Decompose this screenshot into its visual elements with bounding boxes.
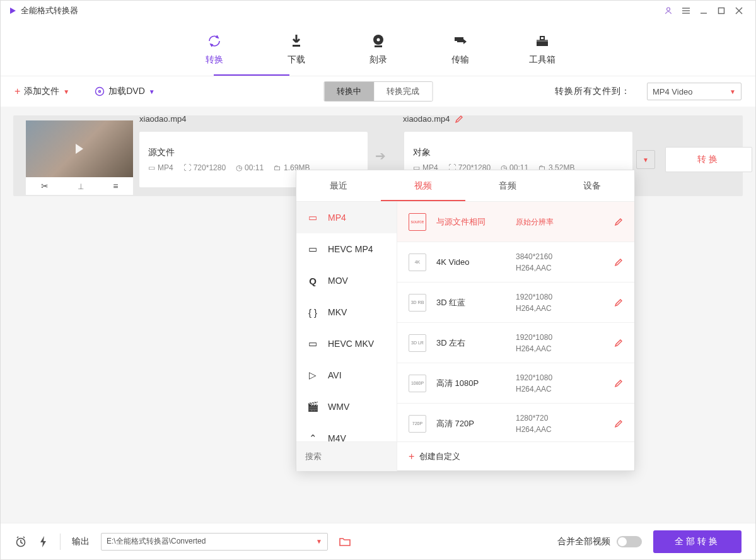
preset-3d-lr[interactable]: 3D LR 3D 左右 1920*1080H264,AAC (397, 323, 634, 363)
chevron-down-icon: ▼ (643, 156, 649, 163)
search-input[interactable] (296, 442, 397, 471)
format-wmv[interactable]: 🎬WMV (296, 391, 397, 423)
format-search[interactable] (296, 442, 397, 471)
toolbox-icon (533, 32, 551, 50)
preset-3d-rb[interactable]: 3D RB 3D 红蓝 1920*1080H264,AAC (397, 283, 634, 323)
preset-720p[interactable]: 720P 高清 720P 1280*720H264,AAC (397, 404, 634, 441)
tab-device[interactable]: 设备 (550, 170, 634, 201)
dropdown-footer: + 创建自定义 (296, 441, 634, 470)
nav-transfer[interactable]: 传输 (441, 32, 479, 66)
create-custom-button[interactable]: + 创建自定义 (397, 451, 634, 462)
nav-label: 传输 (451, 54, 469, 66)
format-mov[interactable]: QMOV (296, 265, 397, 296)
output-path-select[interactable]: E:\全能格式转换器\Converted ▼ (101, 533, 328, 551)
output-path: E:\全能格式转换器\Converted (107, 536, 206, 547)
preset-icon: 4K (409, 254, 426, 271)
svg-point-16 (96, 88, 104, 96)
merge-toggle[interactable] (617, 536, 642, 547)
preset-spec: 原始分辨率 (516, 216, 604, 228)
plus-icon: + (15, 86, 20, 97)
preset-name: 4K Video (436, 257, 506, 267)
format-hevc-mkv[interactable]: ▭HEVC MKV (296, 328, 397, 359)
app-logo-icon (8, 6, 17, 15)
bottom-bar: 输出 E:\全能格式转换器\Converted ▼ 合并全部视频 全部转换 (1, 523, 755, 559)
format-dropdown-panel: 最近 视频 音频 设备 ▭MP4 ▭HEVC MP4 QMOV { }MKV ▭… (296, 170, 635, 471)
video-thumbnail[interactable] (26, 120, 133, 177)
preset-1080p[interactable]: 1080P 高清 1080P 1920*1080H264,AAC (397, 363, 634, 404)
nav-download[interactable]: 下载 (277, 32, 315, 66)
source-title: 源文件 (148, 147, 359, 158)
load-dvd-button[interactable]: 加载DVD ▼ (95, 86, 154, 97)
preset-name: 3D 红蓝 (436, 297, 506, 308)
edit-preset-icon[interactable] (614, 298, 623, 307)
target-filename: xiaodao.mp4 (403, 114, 463, 124)
edit-preset-icon[interactable] (614, 419, 623, 428)
preset-name: 与源文件相同 (436, 216, 506, 228)
nav-underline (214, 74, 289, 76)
user-icon[interactable] (660, 2, 677, 20)
seg-done[interactable]: 转换完成 (374, 82, 432, 101)
tab-audio[interactable]: 音频 (465, 170, 550, 201)
plus-icon: + (409, 451, 414, 462)
add-file-button[interactable]: + 添加文件 ▼ (15, 86, 69, 97)
maximize-icon[interactable] (712, 2, 730, 20)
wmv-icon: 🎬 (306, 401, 319, 412)
svg-point-17 (99, 91, 101, 93)
status-segment: 转换中 转换完成 (323, 81, 433, 102)
format-avi[interactable]: ▷AVI (296, 359, 397, 391)
format-mp4[interactable]: ▭MP4 (296, 202, 397, 233)
custom-label: 创建自定义 (419, 451, 460, 462)
nav-toolbox[interactable]: 工具箱 (523, 32, 561, 66)
convert-all-button[interactable]: 全部转换 (653, 530, 741, 553)
preset-same-as-source[interactable]: source 与源文件相同 原始分辨率 (397, 202, 634, 242)
edit-preset-icon[interactable] (614, 258, 623, 267)
mkv-icon: { } (306, 307, 319, 318)
menu-icon[interactable] (677, 2, 695, 20)
nav-convert[interactable]: 转换 (195, 32, 233, 66)
close-icon[interactable] (730, 2, 748, 20)
svg-point-10 (376, 38, 380, 41)
bolt-icon[interactable] (38, 535, 49, 548)
merge-label: 合并全部视频 (557, 536, 610, 547)
avi-icon: ▷ (306, 370, 319, 381)
tab-recent[interactable]: 最近 (296, 170, 381, 201)
film-icon: ▭ (306, 212, 319, 223)
download-icon (288, 32, 305, 50)
alarm-icon[interactable] (15, 535, 27, 548)
edit-preset-icon[interactable] (614, 218, 623, 226)
preset-spec: 1920*1080H264,AAC (516, 291, 604, 314)
format-hevc-mp4[interactable]: ▭HEVC MP4 (296, 233, 397, 265)
edit-preset-icon[interactable] (614, 379, 623, 388)
minimize-icon[interactable] (695, 2, 712, 20)
format-list[interactable]: ▭MP4 ▭HEVC MP4 QMOV { }MKV ▭HEVC MKV ▷AV… (296, 202, 397, 441)
mov-icon: Q (306, 276, 319, 286)
format-m4v[interactable]: ⌃M4V (296, 423, 397, 441)
thumbnail-column: ✂ ⟂ ≡ (13, 115, 139, 196)
format-icon: ▭ MP4 (148, 163, 173, 172)
preset-4k[interactable]: 4K 4K Video 3840*2160H264,AAC (397, 242, 634, 283)
output-format-dropdown[interactable]: ▼ (636, 150, 655, 169)
tab-video[interactable]: 视频 (381, 170, 465, 201)
hevc-icon: ▭ (306, 243, 319, 255)
target-value: MP4 Video (653, 87, 692, 96)
open-folder-icon[interactable] (339, 537, 351, 547)
settings-icon[interactable]: ≡ (113, 181, 118, 191)
crop-icon[interactable]: ⟂ (78, 181, 83, 191)
convert-button[interactable]: 转换 (665, 147, 752, 172)
m4v-icon: ⌃ (306, 433, 319, 441)
cut-icon[interactable]: ✂ (41, 181, 49, 191)
format-mkv[interactable]: { }MKV (296, 296, 397, 328)
preset-icon: 720P (409, 415, 426, 433)
preset-spec: 3840*2160H264,AAC (516, 251, 604, 274)
edit-name-icon[interactable] (455, 115, 463, 124)
preset-list[interactable]: source 与源文件相同 原始分辨率 4K 4K Video 3840*216… (397, 202, 634, 441)
preset-icon: 3D RB (409, 294, 426, 312)
nav-burn[interactable]: 刻录 (359, 32, 397, 66)
edit-preset-icon[interactable] (614, 339, 623, 347)
target-format-select[interactable]: MP4 Video ▼ (647, 83, 741, 100)
add-file-label: 添加文件 (24, 86, 59, 97)
burn-icon (369, 32, 387, 50)
preset-name: 高清 720P (436, 418, 506, 429)
target-label: 转换所有文件到： (555, 86, 631, 97)
seg-converting[interactable]: 转换中 (324, 82, 374, 101)
